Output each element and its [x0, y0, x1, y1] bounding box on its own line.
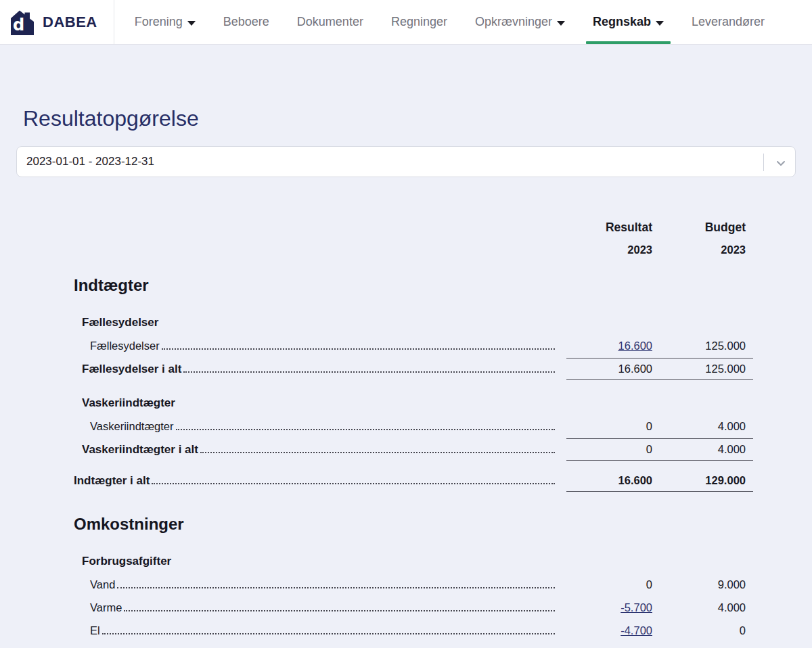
brand-name: DABEA — [43, 14, 97, 31]
report-year-row: 2023 2023 — [74, 244, 753, 256]
group-total-row: Fællesydelser i alt16.600125.000 — [82, 352, 753, 375]
resultat-value: 16.600 — [566, 474, 652, 487]
dabea-logo-icon: d — [9, 8, 35, 37]
resultat-value: 16.600 — [566, 363, 652, 375]
nav-item-label: Opkrævninger — [475, 15, 552, 29]
budget-value: 125.000 — [652, 340, 753, 352]
header-values: Resultat Budget — [566, 221, 753, 235]
section-heading: Indtægter — [74, 275, 753, 295]
report-section: OmkostningerForbrugsafgifterVand09.000Va… — [74, 514, 753, 637]
row-label: Vaskeriindtægter — [90, 420, 174, 433]
nav-item-opkraevninger[interactable]: Opkrævninger — [474, 0, 566, 44]
row-values: 04.000 — [566, 443, 753, 456]
resultat-value-link[interactable]: 16.600 — [566, 340, 652, 352]
page-title: Resultatopgørelse — [23, 106, 796, 131]
total-rule-top — [566, 438, 753, 439]
nav-item-label: Forening — [135, 15, 183, 29]
report-section: IndtægterFællesydelserFællesydelser16.60… — [74, 275, 753, 487]
nav-item-dokumenter[interactable]: Dokumenter — [296, 0, 365, 44]
report-column-headers: Resultat Budget — [74, 221, 753, 235]
budget-value: 4.000 — [652, 601, 753, 614]
report-row: Vaskeriindtægter04.000 — [90, 410, 753, 433]
row-label: Vand — [90, 578, 115, 591]
dotted-leader — [124, 610, 555, 611]
budget-year: 2023 — [652, 244, 753, 256]
year-values: 2023 2023 — [566, 244, 753, 256]
nav-item-label: Dokumenter — [297, 15, 363, 29]
dotted-leader — [102, 633, 555, 634]
nav-item-label: Regnskab — [593, 15, 651, 29]
total-rule-bottom — [566, 491, 753, 492]
section-heading: Omkostninger — [74, 514, 753, 534]
report-row: Fællesydelser16.600125.000 — [90, 329, 753, 352]
nav-item-beboere[interactable]: Beboere — [222, 0, 271, 44]
total-rule-top — [566, 358, 753, 358]
resultat-column-header: Resultat — [566, 221, 652, 235]
app-header: d DABEA Forening Beboere Dokumenter Regn… — [0, 0, 812, 45]
resultat-value-link[interactable]: -4.700 — [566, 624, 652, 637]
row-values: -4.7000 — [566, 624, 753, 637]
group-heading: Vaskeriindtægter — [82, 396, 753, 410]
nav-item-leverandorer[interactable]: Leverandører — [690, 0, 766, 44]
dotted-leader — [183, 371, 555, 373]
period-select-value: 2023-01-01 - 2023-12-31 — [26, 155, 154, 168]
group-heading: Forbrugsafgifter — [82, 555, 753, 568]
row-label: Fællesydelser — [90, 340, 160, 352]
report-row: El-4.7000 — [90, 614, 753, 637]
row-values: 04.000 — [566, 420, 753, 433]
report-row: Vand09.000 — [90, 568, 753, 591]
page-content: Resultatopgørelse 2023-01-01 - 2023-12-3… — [0, 106, 812, 637]
row-values: 16.600129.000 — [566, 474, 753, 487]
total-rule-bottom — [566, 379, 753, 380]
svg-text:d: d — [13, 16, 24, 34]
caret-down-icon — [557, 21, 565, 26]
caret-down-icon — [187, 21, 196, 26]
resultat-year: 2023 — [566, 244, 652, 256]
brand[interactable]: d DABEA — [0, 0, 114, 44]
nav-item-label: Regninger — [391, 15, 447, 29]
dotted-leader — [176, 429, 555, 430]
report-table: Resultat Budget 2023 2023 IndtægterFælle… — [74, 221, 753, 637]
budget-value: 129.000 — [652, 474, 753, 487]
row-values: 16.600125.000 — [566, 340, 753, 352]
nav-item-regninger[interactable]: Regninger — [390, 0, 449, 44]
nav-item-forening[interactable]: Forening — [133, 0, 197, 44]
budget-value: 4.000 — [652, 420, 753, 433]
budget-value: 9.000 — [652, 578, 753, 591]
main-nav: Forening Beboere Dokumenter Regninger Op… — [114, 0, 766, 44]
budget-value: 0 — [652, 624, 753, 637]
group-heading: Fællesydelser — [82, 316, 753, 329]
nav-item-regnskab[interactable]: Regnskab — [591, 0, 665, 44]
select-separator — [763, 154, 764, 171]
budget-value: 4.000 — [652, 443, 753, 456]
resultat-value: 0 — [566, 420, 652, 433]
row-label: Fællesydelser i alt — [82, 363, 181, 375]
report-body: IndtægterFællesydelserFællesydelser16.60… — [74, 275, 753, 637]
resultat-value: 0 — [566, 578, 652, 591]
row-label: Varme — [90, 601, 122, 614]
dotted-leader — [200, 452, 555, 453]
caret-down-icon — [656, 21, 664, 26]
nav-item-label: Beboere — [223, 15, 269, 29]
row-values: 16.600125.000 — [566, 363, 753, 375]
row-label: El — [90, 624, 100, 637]
resultat-value: 0 — [566, 443, 652, 456]
row-values: 09.000 — [566, 578, 753, 591]
dotted-leader — [117, 587, 555, 588]
dotted-leader — [162, 348, 555, 350]
row-label: Indtægter i alt — [74, 474, 150, 487]
dotted-leader — [152, 483, 555, 484]
nav-item-label: Leverandører — [692, 15, 765, 29]
total-rule-bottom — [566, 460, 753, 461]
section-total-row: Indtægter i alt16.600129.000 — [74, 464, 753, 487]
budget-column-header: Budget — [652, 221, 753, 235]
row-label: Vaskeriindtægter i alt — [82, 443, 198, 456]
period-select[interactable]: 2023-01-01 - 2023-12-31 — [16, 146, 796, 177]
group-total-row: Vaskeriindtægter i alt04.000 — [82, 433, 753, 456]
resultat-value-link[interactable]: -5.700 — [566, 601, 652, 614]
report-row: Varme-5.7004.000 — [90, 591, 753, 614]
row-values: -5.7004.000 — [566, 601, 753, 614]
chevron-down-icon — [775, 157, 787, 169]
budget-value: 125.000 — [652, 363, 753, 375]
active-tab-underline — [586, 41, 671, 44]
